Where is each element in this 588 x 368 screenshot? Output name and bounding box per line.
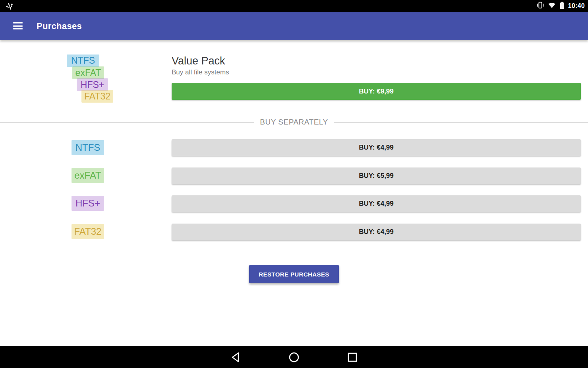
buy-fat32-button[interactable]: BUY: €4,99 [172, 224, 581, 240]
buy-valuepack-button[interactable]: BUY: €9,99 [172, 83, 581, 100]
buy-ntfs-button[interactable]: BUY: €4,99 [172, 139, 581, 156]
badge-ntfs: NTFS [72, 140, 104, 155]
clock: 10:40 [568, 2, 585, 10]
badge-exfat: exFAT [72, 168, 104, 183]
buy-hfs-button[interactable]: BUY: €4,99 [172, 195, 581, 212]
buy-separately-divider: BUY SEPARATELY [0, 115, 588, 129]
battery-icon [559, 1, 565, 11]
buy-exfat-button[interactable]: BUY: €5,99 [172, 167, 581, 184]
usb-icon [5, 1, 14, 12]
valuepack-badge-fat32: FAT32 [81, 90, 113, 103]
valuepack-subtitle: Buy all file systems [172, 68, 229, 76]
app-bar: Purchases [0, 12, 588, 40]
valuepack-title: Value Pack [172, 55, 225, 67]
wifi-icon [547, 1, 556, 11]
divider-line-right [334, 122, 588, 123]
back-icon[interactable] [229, 351, 242, 364]
buy-separately-label: BUY SEPARATELY [254, 118, 333, 127]
restore-purchases-button[interactable]: RESTORE PURCHASES [249, 265, 339, 283]
valuepack-badge-ntfs: NTFS [67, 55, 99, 67]
hamburger-menu-icon[interactable] [13, 21, 23, 30]
badge-hfs: HFS+ [72, 196, 104, 211]
purchases-screen: 10:40 Purchases NTFS exFAT HFS+ FAT32 Va… [0, 0, 588, 368]
status-bar: 10:40 [0, 0, 588, 12]
home-icon[interactable] [288, 351, 300, 364]
recents-icon[interactable] [346, 351, 359, 364]
divider-line-left [0, 122, 254, 123]
page-title: Purchases [37, 12, 82, 40]
vibrate-icon [536, 1, 545, 11]
valuepack-badge-hfs: HFS+ [77, 78, 108, 91]
badge-fat32: FAT32 [72, 224, 104, 239]
navigation-bar [0, 346, 588, 368]
valuepack-badge-exfat: exFAT [72, 66, 104, 79]
